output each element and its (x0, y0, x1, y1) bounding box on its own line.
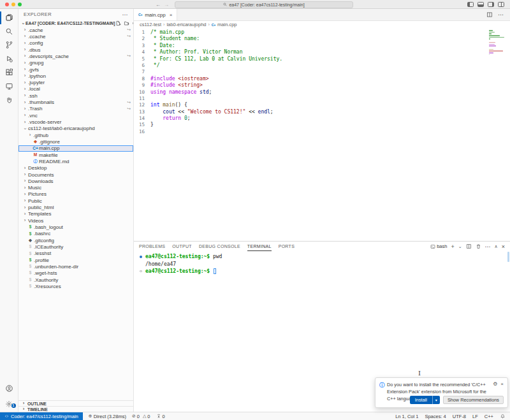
connection-status[interactable]: ⊕ Direct (3.28ms) (89, 412, 126, 420)
notifications-bell[interactable] (500, 414, 506, 419)
panel-tab-terminal[interactable]: TERMINAL (247, 242, 272, 251)
tree-item-videos[interactable]: ›Videos (18, 217, 133, 224)
activity-extensions[interactable] (0, 66, 18, 80)
tree-item-desktop[interactable]: ›Desktop (18, 165, 133, 171)
activity-coder[interactable] (0, 93, 18, 107)
tree-item-downloads[interactable]: ›Downloads (18, 178, 133, 184)
ports-indicator[interactable]: 0 (156, 412, 165, 420)
remote-indicator[interactable]: Coder: ea47/cs112-testing/main (0, 412, 83, 420)
split-terminal-icon[interactable] (466, 243, 472, 249)
tree-item-music[interactable]: ›Music (18, 185, 133, 191)
problems-indicator[interactable]: ⊘ 0 △ 0 (132, 412, 150, 420)
close-panel-icon[interactable]: × (502, 243, 505, 250)
panel-tab-output[interactable]: OUTPUT (172, 242, 192, 251)
close-tab-icon[interactable]: × (170, 12, 173, 18)
tree-item--unburden-home-dir[interactable]: $.unburden-home-dir (18, 263, 133, 270)
tree-item--vnc[interactable]: ›.vnc (18, 112, 133, 119)
notification-gear-icon[interactable]: ⚙ (493, 381, 497, 387)
tree-item--profile[interactable]: $.profile (18, 257, 133, 263)
activity-remote-explorer[interactable] (0, 80, 18, 94)
code-editor[interactable]: 1/* main.cpp2 * Student name:3 * Date:4 … (134, 28, 510, 241)
split-editor-icon[interactable] (486, 11, 493, 18)
tree-item-pictures[interactable]: ›Pictures (18, 191, 133, 198)
tree-item--jupyter[interactable]: ›.jupyter (18, 80, 133, 86)
outline-section[interactable]: › OUTLINE (18, 400, 133, 406)
settings-button[interactable]: 1 (0, 399, 18, 409)
terminal-profile-label[interactable]: bash (430, 243, 447, 249)
tree-item--devscripts-cache[interactable]: ›.devscripts_cache↪ (18, 53, 133, 59)
command-center[interactable]: ea47 [Coder: ea47cs112-testing/main] (175, 1, 353, 8)
tree-item--dbus[interactable]: ›.dbus (18, 47, 133, 53)
encoding[interactable]: UTF-8 (453, 414, 466, 419)
activity-run-debug[interactable] (0, 52, 18, 66)
tree-item-templates[interactable]: ›Templates (18, 211, 133, 217)
terminal-scrollbar[interactable] (507, 252, 509, 262)
tree-item--ssh[interactable]: ›.ssh (18, 92, 133, 99)
activity-search[interactable] (0, 25, 18, 39)
tree-item--bashrc[interactable]: $.bashrc (18, 231, 133, 237)
new-folder-icon[interactable] (124, 20, 129, 26)
workspace-section-header[interactable]: › EA47 [CODER: EA47/CS112-TESTINGMAIN] (18, 20, 133, 27)
tree-item--vscode-server[interactable]: ›.vscode-server (18, 119, 133, 125)
breadcrumb-item[interactable]: main.cpp (217, 22, 237, 27)
activity-explorer[interactable] (0, 11, 18, 25)
tree-item--xauthority[interactable]: $.Xauthority (18, 277, 133, 283)
chevron-down-icon[interactable]: ⌄ (458, 244, 462, 249)
panel-tab-problems[interactable]: PROBLEMS (139, 242, 165, 251)
tree-item--gitconfig[interactable]: ◆.gitconfig (18, 237, 133, 243)
panel-tab-ports[interactable]: PORTS (279, 242, 295, 251)
eol[interactable]: LF (472, 414, 478, 419)
install-dropdown-icon[interactable]: ▾ (432, 396, 440, 404)
tab-main-cpp[interactable]: C+ main.cpp × (134, 9, 177, 20)
close-window-button[interactable] (5, 3, 9, 6)
minimap[interactable] (489, 30, 508, 57)
tree-item-main-cpp[interactable]: C+main.cpp (18, 145, 133, 152)
timeline-section[interactable]: › TIMELINE (18, 406, 133, 412)
tree-item-public[interactable]: ›Public (18, 198, 133, 204)
tree-item--bash-logout[interactable]: $.bash_logout (18, 224, 133, 230)
new-file-icon[interactable] (115, 20, 121, 26)
indentation[interactable]: Spaces: 4 (425, 414, 446, 419)
more-actions-icon[interactable]: ⋯ (498, 11, 504, 18)
tree-item--config[interactable]: ›.config (18, 40, 133, 47)
new-terminal-icon[interactable]: + (451, 243, 454, 250)
tree-item--gvfs[interactable]: ›.gvfs (18, 66, 133, 73)
tree-item--ccache[interactable]: ›.ccache↪ (18, 33, 133, 40)
more-actions-icon[interactable]: ⋯ (485, 243, 491, 250)
kill-terminal-icon[interactable] (476, 243, 481, 249)
panel-tab-debug-console[interactable]: DEBUG CONSOLE (199, 242, 240, 251)
tree-item--thumbnails[interactable]: ›.thumbnails↪ (18, 99, 133, 105)
tree-item--xresources[interactable]: $.Xresources (18, 283, 133, 289)
tree-item-readme-md[interactable]: ⓘREADME.md (18, 158, 133, 164)
breadcrumb-item[interactable]: cs112-test (140, 22, 161, 27)
activity-source-control[interactable] (0, 38, 18, 52)
account-button[interactable] (0, 382, 18, 396)
more-actions-icon[interactable]: ⋯ (122, 11, 128, 18)
toggle-secondary-sidebar-icon[interactable] (488, 2, 494, 7)
show-recommendations-button[interactable]: Show Recommendations (443, 396, 504, 404)
minimize-window-button[interactable] (11, 3, 15, 6)
maximize-panel-icon[interactable]: ∧ (495, 244, 498, 249)
tree-item--gitignore[interactable]: ◆.gitignore (18, 138, 133, 145)
tree-item--cache[interactable]: ›.cache↪ (18, 27, 133, 33)
tree-item-documents[interactable]: ›Documents (18, 171, 133, 178)
cursor-position[interactable]: Ln 1, Col 1 (395, 414, 418, 419)
back-icon[interactable]: ← (156, 2, 161, 8)
tree-item-cs112-test-lab0-ericaraujophd[interactable]: ›cs112-test/lab0-ericaraujophd (18, 126, 133, 132)
install-button[interactable]: Install ▾ (410, 396, 440, 404)
tree-item--lesshst[interactable]: $.lesshst (18, 250, 133, 257)
tree-item-makefile[interactable]: Mmakefile (18, 152, 133, 158)
customize-layout-icon[interactable] (498, 2, 504, 7)
notification-close-icon[interactable]: × (500, 381, 504, 387)
tree-item-public-html[interactable]: ›public_html (18, 204, 133, 210)
tree-item--gnupg[interactable]: ›.gnupg (18, 60, 133, 66)
breadcrumb-item[interactable]: lab0-ericaraujophd (166, 22, 206, 27)
tree-item--local[interactable]: ›.local (18, 86, 133, 92)
tree-item--iceauthority[interactable]: $.ICEauthority (18, 243, 133, 250)
zoom-window-button[interactable] (18, 3, 22, 6)
forward-icon[interactable]: → (164, 2, 169, 8)
tree-item--ipython[interactable]: ›.ipython (18, 73, 133, 79)
tree-item--wget-hsts[interactable]: $.wget-hsts (18, 270, 133, 277)
toggle-panel-icon[interactable] (477, 2, 484, 7)
toggle-sidebar-icon[interactable] (467, 2, 474, 7)
